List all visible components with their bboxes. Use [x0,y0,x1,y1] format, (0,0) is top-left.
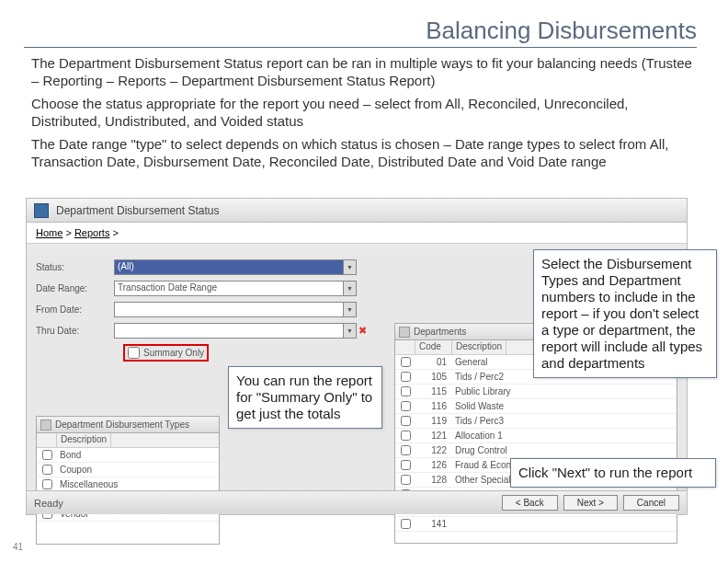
back-button[interactable]: < Back [502,495,558,511]
breadcrumb-reports[interactable]: Reports [74,227,110,238]
row-checkbox[interactable] [401,445,411,455]
row-checkbox[interactable] [401,519,411,529]
summary-only-label: Summary Only [143,348,204,358]
row-checkbox[interactable] [401,386,411,396]
from-date-label: From Date: [36,304,114,315]
paragraph-1: The Department Disbursement Status repor… [31,55,697,90]
breadcrumb-home[interactable]: Home [36,227,63,238]
window-title: Department Disbursement Status [56,204,219,217]
paragraph-2: Choose the status appropriate for the re… [31,96,697,131]
chevron-down-icon[interactable]: ▼ [344,281,357,296]
status-bar: Ready < Back Next > Cancel [27,490,687,514]
from-date-input[interactable] [114,302,344,317]
row-checkbox[interactable] [42,450,52,460]
panel-icon [399,327,410,338]
chevron-down-icon[interactable]: ▼ [344,302,357,317]
status-text: Ready [34,498,63,509]
breadcrumb: Home > Reports > [27,223,687,244]
row-checkbox[interactable] [401,357,411,367]
disbursement-types-panel: Department Disbursement Types Descriptio… [36,416,220,545]
date-range-select[interactable]: Transaction Date Range [114,281,344,296]
table-row[interactable]: 116Solid Waste [395,399,677,414]
row-checkbox[interactable] [401,401,411,411]
date-range-label: Date Range: [36,283,114,293]
summary-only-highlight: Summary Only [123,344,209,362]
table-row[interactable]: 121Allocation 1 [395,429,677,443]
callout-select-types: Select the Disbursement Types and Depart… [533,249,717,378]
table-row[interactable]: 119Tids / Perc3 [395,414,677,429]
clear-icon[interactable]: ✖ [358,325,367,337]
thru-date-input[interactable] [114,323,344,339]
summary-only-checkbox[interactable] [128,347,140,359]
callout-summary-only: You can run the report for "Summary Only… [228,366,382,429]
panel-icon [40,419,51,431]
table-row[interactable]: 122Drug Control [395,443,677,458]
callout-click-next: Click "Next" to run the report [510,458,716,488]
chevron-down-icon[interactable]: ▼ [344,259,357,275]
list-item[interactable]: Coupon [37,463,219,477]
row-checkbox[interactable] [401,372,411,382]
row-checkbox[interactable] [401,431,411,441]
table-row[interactable]: 115Public Library [395,385,677,399]
cancel-button[interactable]: Cancel [623,495,679,511]
row-checkbox[interactable] [42,479,52,489]
table-row[interactable]: 141 [395,517,677,532]
page-number: 41 [13,542,23,552]
app-icon [34,203,49,218]
status-label: Status: [36,262,114,272]
slide-title: Balancing Disbursements [24,17,697,48]
row-checkbox[interactable] [401,416,411,426]
window-titlebar: Department Disbursement Status [27,199,687,223]
next-button[interactable]: Next > [563,495,618,511]
thru-date-label: Thru Date: [36,326,114,336]
row-checkbox[interactable] [401,460,411,470]
status-select[interactable]: (All) [114,259,344,275]
row-checkbox[interactable] [401,475,411,485]
paragraph-3: The Date range "type" to select depends … [31,136,697,171]
list-item[interactable]: Bond [37,448,219,463]
row-checkbox[interactable] [42,465,52,475]
chevron-down-icon[interactable]: ▼ [344,323,357,339]
